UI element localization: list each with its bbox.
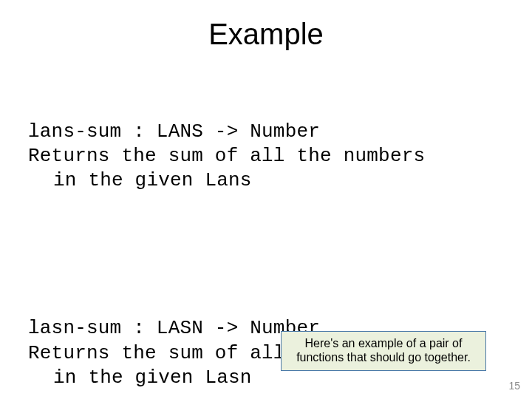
- callout-line-1: Here's an example of a pair of: [289, 336, 478, 350]
- callout-box: Here's an example of a pair of functions…: [281, 331, 486, 371]
- slide: Example lans-sum : LANS -> NumberReturns…: [0, 0, 532, 399]
- desc-1-line-1: Returns the sum of all the numbers: [28, 144, 504, 168]
- desc-1-line-2: in the given Lans: [28, 168, 504, 193]
- slide-title: Example: [28, 18, 504, 51]
- code-block-1: lans-sum : LANS -> NumberReturns the sum…: [28, 70, 504, 242]
- page-number: 15: [508, 380, 520, 392]
- signature-1: lans-sum : LANS -> Number: [28, 120, 504, 144]
- callout-line-2: functions that should go together.: [289, 350, 478, 364]
